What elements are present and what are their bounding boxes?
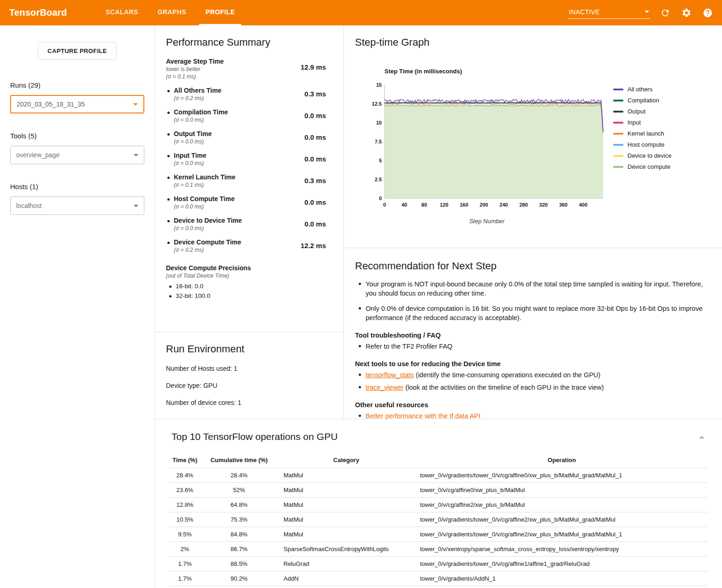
table-cell: 88.5% bbox=[201, 557, 277, 571]
table-row: 12.8%64.8%MatMultower_0/v/cg/affine2/xw_… bbox=[169, 498, 708, 512]
metric-label: Compilation Time bbox=[174, 108, 290, 116]
recommendation-card: Recommendation for Next Step Your progra… bbox=[344, 248, 722, 428]
nav-tabs: SCALARS GRAPHS PROFILE bbox=[99, 0, 248, 25]
link[interactable]: tensorflow_stats bbox=[366, 371, 414, 379]
table-cell: 90.2% bbox=[201, 571, 277, 586]
table-cell: MatMul bbox=[277, 512, 415, 527]
average-step-time: Average Step Time lower is better (σ = 0… bbox=[166, 58, 332, 80]
tab-graphs[interactable]: GRAPHS bbox=[151, 0, 193, 25]
link[interactable]: trace_viewer bbox=[366, 384, 403, 391]
run-environment-card: Run Environment Number of Hosts used: 1 … bbox=[155, 332, 343, 419]
recommendation-heading: Other useful resources bbox=[355, 401, 708, 409]
legend-item: Device to device bbox=[613, 152, 671, 159]
tab-profile[interactable]: PROFILE bbox=[199, 0, 241, 25]
reload-status-select[interactable]: INACTIVE bbox=[568, 7, 650, 19]
hosts-dropdown[interactable]: localhost bbox=[10, 196, 144, 215]
table-cell: 2% bbox=[169, 542, 201, 557]
column-header: Category bbox=[277, 452, 415, 468]
svg-text:240: 240 bbox=[499, 202, 508, 208]
runs-label: Runs (29) bbox=[10, 81, 144, 89]
precision-item: 32-bit: 100.0 bbox=[166, 292, 332, 299]
perf-metric-row: Output Time(σ = 0.0 ms)0.0 ms bbox=[166, 130, 332, 145]
svg-text:0: 0 bbox=[383, 202, 386, 208]
top-ops-card: Top 10 TensorFlow operations on GPU Time… bbox=[155, 419, 722, 588]
svg-text:200: 200 bbox=[479, 202, 488, 208]
recommendation-item: trace_viewer (look at the activities on … bbox=[355, 383, 708, 392]
bullet-dot bbox=[167, 133, 170, 136]
svg-text:7.5: 7.5 bbox=[375, 139, 382, 144]
tools-dropdown-value: overview_page bbox=[16, 151, 59, 159]
metric-sigma: (σ = 0.0 ms) bbox=[174, 160, 290, 166]
table-cell: tower_0/v/gradients/tower_0/v/cg/affine2… bbox=[415, 527, 708, 542]
legend-item: Host compute bbox=[613, 141, 671, 148]
bullet-dot bbox=[167, 242, 170, 244]
bullet-dot bbox=[167, 198, 170, 201]
legend-label: All others bbox=[627, 86, 652, 93]
precision-item: 16-bit: 0.0 bbox=[166, 283, 332, 290]
tools-label: Tools (5) bbox=[10, 132, 144, 140]
perf-metric-row: Input Time(σ = 0.0 ms)0.0 ms bbox=[166, 152, 332, 166]
top-ops-table: Time (%)Cumulative time (%)CategoryOpera… bbox=[169, 452, 708, 588]
metric-sigma: (σ = 0.2 ms) bbox=[174, 247, 290, 253]
chart-title: Step Time (in milliseconds) bbox=[385, 68, 711, 75]
device-cores-line: Number of device cores: 1 bbox=[166, 399, 332, 406]
table-cell: 86.7% bbox=[201, 542, 277, 557]
legend-swatch bbox=[613, 155, 623, 157]
tools-dropdown[interactable]: overview_page bbox=[10, 146, 144, 164]
legend-swatch bbox=[613, 122, 623, 124]
reload-status-value: INACTIVE bbox=[569, 8, 600, 16]
collapse-chevron-up-icon[interactable] bbox=[697, 433, 706, 442]
performance-summary-card: Performance Summary Average Step Time lo… bbox=[155, 25, 343, 332]
average-step-time-sigma: (σ = 0.1 ms) bbox=[166, 73, 290, 80]
legend-label: Kernel launch bbox=[627, 130, 664, 137]
help-icon[interactable] bbox=[702, 7, 714, 19]
table-cell: ApplyGradientDescent bbox=[277, 586, 415, 588]
table-cell: 10.5% bbox=[169, 512, 201, 527]
metric-label: Device Compute Time bbox=[174, 238, 290, 246]
device-compute-precisions: Device Compute Precisions (out of Total … bbox=[166, 264, 332, 299]
perf-metric-row: Host Compute Time(σ = 0.0 ms)0.0 ms bbox=[166, 195, 332, 210]
table-cell: ReluGrad bbox=[277, 557, 415, 571]
legend-swatch bbox=[613, 144, 623, 146]
svg-text:400: 400 bbox=[579, 202, 587, 208]
device-type-line: Device type: GPU bbox=[166, 382, 332, 389]
recommendation-section-list: tensorflow_stats (identify the time-cons… bbox=[355, 370, 708, 392]
column-header: Operation bbox=[415, 452, 708, 468]
table-row: 10.5%75.3%MatMultower_0/v/gradients/towe… bbox=[169, 512, 708, 527]
main-content: Performance Summary Average Step Time lo… bbox=[154, 25, 722, 588]
table-cell: tower_0/v/gradients/tower_0/v/cg/affine2… bbox=[415, 512, 708, 527]
metric-value: 0.0 ms bbox=[290, 155, 332, 163]
bullet-dot bbox=[167, 220, 170, 222]
recommendation-bullets: Your program is NOT input-bound because … bbox=[355, 279, 708, 322]
precisions-subtitle: (out of Total Device Time) bbox=[166, 273, 332, 279]
settings-gear-icon[interactable] bbox=[681, 7, 692, 19]
step-time-graph-card: Step-time Graph Step Time (in millisecon… bbox=[344, 25, 722, 248]
metric-sigma: (σ = 0.0 ms) bbox=[174, 225, 290, 232]
runs-dropdown[interactable]: 2020_03_05_18_31_35 bbox=[10, 95, 144, 113]
svg-text:2.5: 2.5 bbox=[375, 177, 382, 182]
svg-text:40: 40 bbox=[402, 202, 407, 208]
legend-label: Device compute bbox=[627, 163, 670, 170]
recommendation-bullet: Your program is NOT input-bound because … bbox=[355, 279, 708, 298]
legend-item: Device compute bbox=[613, 163, 671, 170]
top-ops-table-header: Time (%)Cumulative time (%)CategoryOpera… bbox=[169, 452, 708, 468]
table-row: 1.7%91.9%ApplyGradientDescentappend_appl… bbox=[169, 586, 708, 588]
table-cell: AddN bbox=[277, 571, 415, 586]
capture-profile-button[interactable]: CAPTURE PROFILE bbox=[38, 42, 117, 60]
table-row: 9.5%84.8%MatMultower_0/v/gradients/tower… bbox=[169, 527, 708, 542]
runs-dropdown-value: 2020_03_05_18_31_35 bbox=[17, 101, 85, 108]
top-grid: Performance Summary Average Step Time lo… bbox=[155, 25, 722, 419]
metric-sigma: (σ = 0.0 ms) bbox=[174, 203, 290, 210]
step-time-chart: 02.557.51012.515040801201602002402803203… bbox=[367, 78, 607, 213]
metric-value: 0.3 ms bbox=[290, 177, 332, 184]
svg-text:320: 320 bbox=[539, 202, 548, 208]
recommendation-item: tensorflow_stats (identify the time-cons… bbox=[355, 370, 708, 380]
top-ops-table-body: 28.4%28.4%MatMultower_0/v/gradients/towe… bbox=[169, 468, 708, 588]
refresh-icon[interactable] bbox=[659, 7, 671, 19]
table-cell: tower_0/v/cg/affine0/xw_plus_b/MatMul bbox=[415, 483, 708, 498]
legend-label: Input bbox=[627, 119, 641, 126]
legend-item: Input bbox=[613, 119, 671, 126]
tab-scalars[interactable]: SCALARS bbox=[99, 0, 144, 25]
svg-text:12.5: 12.5 bbox=[372, 101, 382, 107]
average-step-time-value: 12.9 ms bbox=[290, 63, 332, 71]
